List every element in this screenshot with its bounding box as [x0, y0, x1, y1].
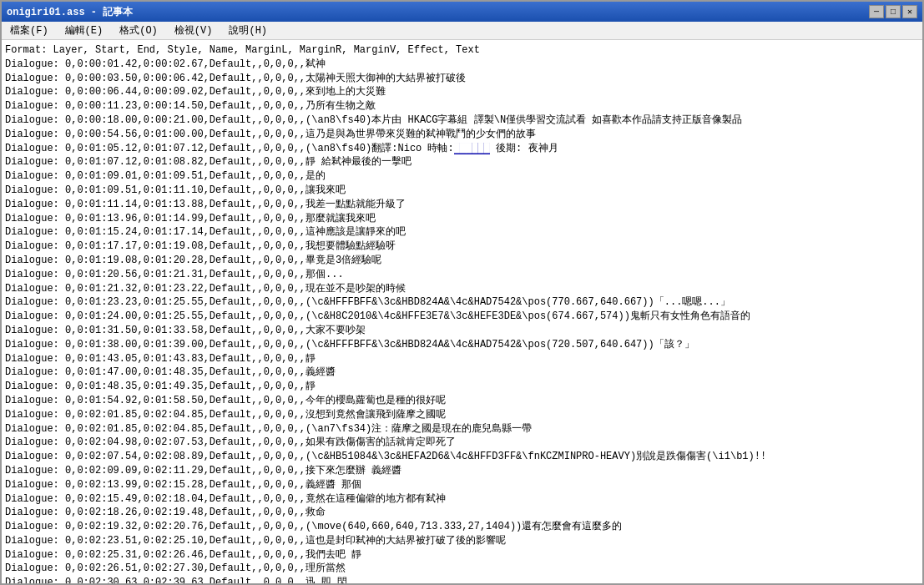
menu-help[interactable]: 說明(H): [224, 22, 272, 39]
menu-file[interactable]: 檔案(F): [5, 22, 53, 39]
main-window: onigiri01.ass - 記事本 ─ □ ✕ 檔案(F) 編輯(E) 格式…: [0, 0, 924, 585]
menu-bar: 檔案(F) 編輯(E) 格式(O) 檢視(V) 說明(H): [2, 22, 922, 40]
maximize-button[interactable]: □: [886, 5, 901, 18]
highlighted-text: ██████: [454, 143, 490, 154]
menu-edit[interactable]: 編輯(E): [60, 22, 109, 39]
menu-view[interactable]: 檢視(V): [169, 22, 218, 39]
window-title: onigiri01.ass - 記事本: [7, 5, 133, 19]
text-content: Format: Layer, Start, End, Style, Name, …: [5, 43, 919, 583]
close-button[interactable]: ✕: [902, 5, 917, 18]
title-bar: onigiri01.ass - 記事本 ─ □ ✕: [2, 2, 922, 22]
minimize-button[interactable]: ─: [869, 5, 884, 18]
window-controls: ─ □ ✕: [869, 5, 917, 18]
menu-format[interactable]: 格式(O): [114, 22, 163, 39]
text-content-area[interactable]: Format: Layer, Start, End, Style, Name, …: [2, 40, 922, 583]
